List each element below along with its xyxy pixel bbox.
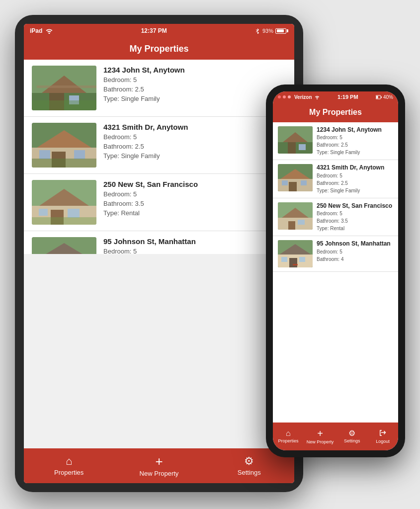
ipad-battery-icon xyxy=(275,28,288,34)
ipad-empty-area xyxy=(24,254,294,448)
svg-rect-13 xyxy=(32,159,96,168)
svg-rect-11 xyxy=(39,150,50,159)
ipad-property-address-2: 4321 Smith Dr, Anytown xyxy=(103,123,188,131)
ipad-property-info-4: 95 Johnson St, Manhattan Bedroom: 5 Bath… xyxy=(96,237,196,254)
iphone-tab-properties[interactable]: ⌂ Properties xyxy=(276,429,301,443)
svg-rect-52 xyxy=(299,257,305,262)
ipad-tab-new-property-label: New Property xyxy=(140,470,179,477)
svg-rect-40 xyxy=(289,182,297,191)
iphone-property-info-3: 250 New St, San Francisco Bedroom: 5 Bat… xyxy=(313,202,392,232)
ipad-property-info-3: 250 New St, San Francisco Bedroom: 5 Bat… xyxy=(96,180,198,217)
ipad-property-thumb-2 xyxy=(32,123,96,168)
ipad-tab-bar: ⌂ Properties + New Property ⚙ Settings xyxy=(24,448,294,483)
iphone-property-info-1: 1234 John St, Anytown Bedroom: 5 Bathroo… xyxy=(313,126,382,156)
ipad-property-thumb-4 xyxy=(32,237,96,254)
iphone-header: My Properties xyxy=(273,102,398,122)
ipad-property-bedroom-4: Bedroom: 5 xyxy=(103,248,196,254)
svg-rect-31 xyxy=(376,96,378,98)
iphone-property-bathroom-1: Bathroom: 2.5 xyxy=(317,142,382,148)
svg-rect-51 xyxy=(289,258,297,267)
ipad-screen: iPad 12:37 PM 93% xyxy=(24,24,294,483)
iphone-wifi-icon xyxy=(314,95,320,99)
svg-rect-36 xyxy=(299,144,306,150)
iphone-property-item-4[interactable]: 95 Johnson St, Manhattan Bedroom: 5 Bath… xyxy=(273,236,398,272)
svg-rect-35 xyxy=(288,142,296,154)
iphone-property-item-1[interactable]: 1234 John St, Anytown Bedroom: 5 Bathroo… xyxy=(273,122,398,160)
iphone-property-address-4: 95 Johnson St, Manhattan xyxy=(317,240,391,247)
iphone-status-left: Verizon xyxy=(278,94,320,100)
ipad-status-left: iPad xyxy=(30,27,53,34)
iphone-property-address-1: 1234 John St, Anytown xyxy=(317,126,382,133)
iphone-screen: Verizon 1:19 PM 40% My Proper xyxy=(273,91,398,450)
svg-rect-5 xyxy=(37,85,96,88)
ipad-tab-settings-label: Settings xyxy=(238,469,261,476)
iphone-device: Verizon 1:19 PM 40% My Proper xyxy=(266,85,405,457)
iphone-property-bathroom-4: Bathroom: 4 xyxy=(317,256,391,262)
iphone-property-item-3[interactable]: 250 New St, San Francisco Bedroom: 5 Bat… xyxy=(273,198,398,236)
svg-rect-42 xyxy=(301,180,307,185)
ipad-status-bar: iPad 12:37 PM 93% xyxy=(24,24,294,38)
iphone-property-bedroom-1: Bedroom: 5 xyxy=(317,134,382,141)
iphone-property-bedroom-4: Bedroom: 5 xyxy=(317,249,391,255)
svg-rect-30 xyxy=(381,96,382,98)
signal-dot-2 xyxy=(283,95,286,98)
ipad-device-label: iPad xyxy=(30,27,42,34)
ipad-property-item-1[interactable]: 1234 John St, Anytown Bedroom: 5 Bathroo… xyxy=(24,60,294,117)
ipad-property-item-4[interactable]: 95 Johnson St, Manhattan Bedroom: 5 Bath… xyxy=(24,231,294,254)
svg-rect-18 xyxy=(68,209,80,218)
iphone-property-item-2[interactable]: 4321 Smith Dr, Anytown Bedroom: 5 Bathro… xyxy=(273,160,398,198)
svg-rect-46 xyxy=(288,221,295,230)
ipad-property-bedroom-2: Bedroom: 5 xyxy=(103,133,188,141)
ipad-property-type-2: Type: Single Family xyxy=(103,152,188,160)
iphone-tab-settings-label: Settings xyxy=(344,438,360,443)
ipad-page-title: My Properties xyxy=(129,44,188,54)
ipad-plus-icon: + xyxy=(155,455,163,468)
iphone-property-bedroom-3: Bedroom: 5 xyxy=(317,210,392,217)
svg-rect-19 xyxy=(39,209,48,216)
ipad-property-bathroom-2: Bathroom: 2.5 xyxy=(103,143,188,150)
iphone-status-time: 1:19 PM xyxy=(337,94,358,100)
iphone-property-thumb-2 xyxy=(278,164,313,191)
iphone-tab-new-property[interactable]: + New Property xyxy=(307,428,334,444)
iphone-property-thumb-3 xyxy=(278,202,313,230)
ipad-property-info-2: 4321 Smith Dr, Anytown Bedroom: 5 Bathro… xyxy=(96,123,188,160)
ipad-device: iPad 12:37 PM 93% xyxy=(15,15,303,492)
iphone-status-bar: Verizon 1:19 PM 40% xyxy=(273,91,398,102)
ipad-gear-icon: ⚙ xyxy=(244,456,254,467)
ipad-battery-text: 93% xyxy=(262,28,273,34)
iphone-battery-text: 40% xyxy=(383,94,393,100)
iphone-property-info-2: 4321 Smith Dr, Anytown Bedroom: 5 Bathro… xyxy=(313,164,384,193)
ipad-tab-properties[interactable]: ⌂ Properties xyxy=(49,456,89,476)
svg-rect-47 xyxy=(298,220,305,225)
ipad-property-address-4: 95 Johnson St, Manhattan xyxy=(103,237,196,246)
ipad-property-item-2[interactable]: 4321 Smith Dr, Anytown Bedroom: 5 Bathro… xyxy=(24,117,294,174)
iphone-tab-bar: ⌂ Properties + New Property ⚙ Settings xyxy=(273,423,398,450)
iphone-battery-icon xyxy=(376,94,382,99)
iphone-status-right: 40% xyxy=(376,94,393,100)
ipad-property-info-1: 1234 John St, Anytown Bedroom: 5 Bathroo… xyxy=(96,66,185,102)
ipad-property-address-3: 250 New St, San Francisco xyxy=(103,180,198,188)
iphone-tab-settings[interactable]: ⚙ Settings xyxy=(339,429,364,443)
ipad-property-item-3[interactable]: 250 New St, San Francisco Bedroom: 5 Bat… xyxy=(24,174,294,231)
iphone-property-type-2: Type: Single Family xyxy=(317,187,384,194)
iphone-property-bedroom-2: Bedroom: 5 xyxy=(317,172,384,179)
ipad-tab-new-property[interactable]: + New Property xyxy=(139,455,179,477)
iphone-page-title: My Properties xyxy=(309,108,362,117)
iphone-property-address-2: 4321 Smith Dr, Anytown xyxy=(317,164,384,171)
iphone-tab-logout[interactable]: Logout xyxy=(370,429,395,444)
svg-rect-12 xyxy=(74,150,85,159)
ipad-property-bathroom-3: Bathroom: 3.5 xyxy=(103,200,198,207)
ipad-property-type-3: Type: Rental xyxy=(103,209,198,217)
ipad-property-type-1: Type: Single Family xyxy=(103,95,185,102)
ipad-tab-settings[interactable]: ⚙ Settings xyxy=(229,456,269,476)
wifi-icon xyxy=(45,28,53,34)
iphone-property-type-1: Type: Single Family xyxy=(317,149,382,156)
iphone-gear-icon: ⚙ xyxy=(348,429,355,437)
svg-rect-41 xyxy=(282,180,288,185)
ipad-property-thumb-3 xyxy=(32,180,96,225)
svg-rect-54 xyxy=(293,264,298,265)
iphone-tab-new-property-label: New Property xyxy=(307,439,334,444)
iphone-property-address-3: 250 New St, San Francisco xyxy=(317,202,392,209)
ipad-status-right: 93% xyxy=(254,28,288,34)
svg-rect-53 xyxy=(281,257,287,262)
